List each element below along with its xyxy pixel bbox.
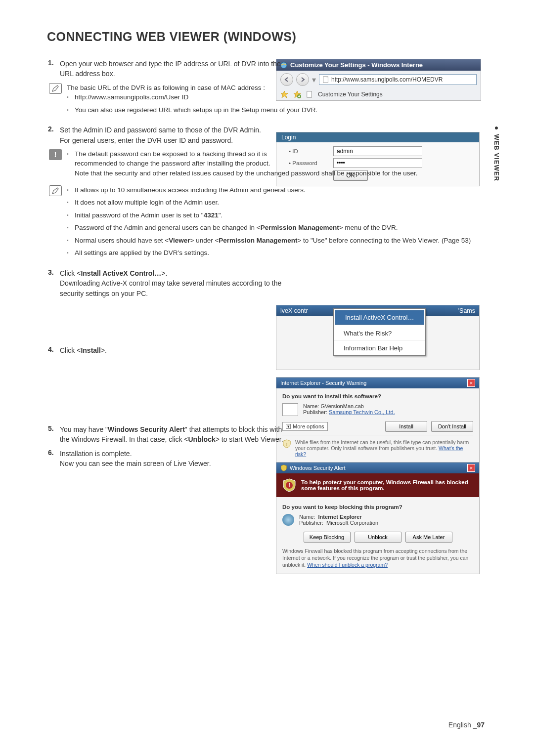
page-heading: CONNECTING WEB VIEWER (WINDOWS) (47, 30, 487, 44)
sec-dialog-question: Do you want to install this software? (282, 393, 473, 399)
when-unblock-link[interactable]: When should I unblock a program? (307, 562, 388, 568)
step-number: 4. (47, 345, 60, 355)
figure-activex-menu: iveX contr'Sams Install ActiveX Control…… (276, 305, 480, 370)
page-footer: English _97 (448, 721, 485, 729)
globe-icon (282, 514, 294, 526)
step-text: For general users, enter the DVR user ID… (60, 136, 233, 144)
note-icon (49, 185, 62, 196)
step-number: 5. (47, 424, 60, 445)
menu-install-activex[interactable]: Install ActiveX Control… (335, 310, 424, 325)
note-intro: The basic URL of the DVR is as following… (67, 83, 487, 93)
sec-dialog-title: Internet Explorer - Security Warning (280, 380, 366, 386)
list-item: Initial password of the Admin user is se… (67, 210, 487, 220)
unblock-button[interactable]: Unblock (355, 532, 401, 543)
list-item: Normal users should have set <Viewer> un… (67, 236, 487, 246)
list-item: The default password can be exposed to a… (67, 149, 487, 178)
list-item: You can also use registered URL which se… (67, 105, 487, 115)
step-text: Downloading Active-X control may take se… (60, 279, 281, 297)
step-number: 6. (47, 449, 60, 469)
step-text: Open your web browser and type the IP ad… (60, 59, 287, 79)
caution-icon: ! (49, 149, 62, 160)
list-item: http://www.samsungipolis.com/User ID (67, 92, 487, 102)
close-icon[interactable]: × (467, 379, 475, 387)
menu-whats-risk[interactable]: What's the Risk? (334, 326, 425, 341)
software-thumb-icon (282, 403, 298, 416)
list-item: It does not allow multiple login of the … (67, 198, 487, 208)
ask-later-button[interactable]: Ask Me Later (405, 532, 452, 543)
figure-firewall-alert-dialog: Windows Security Alert × ! To help prote… (276, 462, 480, 574)
note-icon (49, 83, 62, 94)
step-number: 3. (47, 268, 60, 298)
list-item: It allows up to 10 simultaneous access i… (67, 185, 487, 195)
keep-blocking-button[interactable]: Keep Blocking (304, 532, 351, 543)
step-number: 2. (47, 125, 60, 145)
side-tab: ● WEB VIEWER (492, 124, 500, 181)
step-text: Set the Admin ID and password same to th… (60, 126, 261, 134)
list-item: Password of the Admin and general users … (67, 223, 487, 233)
shield-alert-icon: ! (282, 478, 296, 492)
list-item: All settings are applied by the DVR's se… (67, 248, 487, 258)
fw-dialog-question: Do you want to keep blocking this progra… (282, 504, 473, 510)
publisher-link[interactable]: Samsung Techwin Co., Ltd. (329, 409, 395, 415)
step-number: 1. (47, 59, 60, 79)
svg-text:!: ! (288, 482, 290, 489)
